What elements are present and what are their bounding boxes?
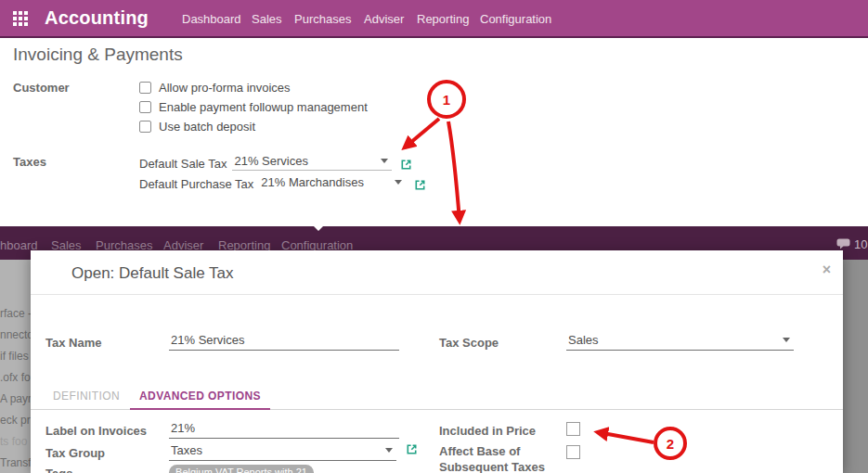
- top-navbar: Accounting Dashboard Sales Purchases Adv…: [0, 0, 868, 38]
- checkbox-label: Enable payment followup management: [159, 100, 368, 114]
- annotation-circle-1: [429, 82, 464, 117]
- menu-item-reporting[interactable]: Reporting: [417, 12, 469, 26]
- tax-scope-select[interactable]: Sales: [566, 333, 794, 351]
- tax-name-input[interactable]: 21% Services: [169, 333, 399, 351]
- screen: Accounting Dashboard Sales Purchases Adv…: [0, 0, 868, 473]
- included-in-price-checkbox[interactable]: [566, 422, 580, 436]
- annotation-number-1: 1: [443, 92, 450, 108]
- tax-group-label: Tax Group: [45, 446, 105, 460]
- chevron-down-icon[interactable]: [381, 159, 388, 163]
- clipped-text: ts foo: [0, 435, 27, 448]
- tax-name-label: Tax Name: [45, 336, 101, 350]
- clipped-text: .ofx fo: [0, 371, 31, 384]
- checkbox-label: Use batch deposit: [159, 120, 255, 134]
- select-value: Sales: [568, 333, 599, 347]
- tax-scope-label: Tax Scope: [439, 336, 499, 350]
- customer-group-label: Customer: [13, 81, 70, 95]
- option-allow-proforma: Allow pro-forma invoices: [139, 81, 291, 95]
- label-on-invoices-label: Label on Invoices: [45, 424, 147, 438]
- modal-open-default-sale-tax: Open: Default Sale Tax × Tax Name 21% Se…: [31, 250, 843, 473]
- checkbox[interactable]: [139, 101, 151, 113]
- default-purchase-tax-select[interactable]: 21% Marchandises: [259, 175, 406, 191]
- modal-title: Open: Default Sale Tax: [71, 264, 234, 283]
- annotation-arrow-to-modal: [448, 121, 460, 221]
- external-link-icon[interactable]: [414, 179, 426, 191]
- menu-item-sales[interactable]: Sales: [252, 12, 282, 26]
- field-label: Default Sale Tax: [139, 157, 227, 171]
- checkbox[interactable]: [139, 121, 151, 133]
- clipped-text: rface -: [0, 307, 31, 320]
- default-sale-tax-row: Default Sale Tax 21% Services: [139, 154, 412, 171]
- taxes-group-label: Taxes: [13, 155, 46, 169]
- option-payment-followup: Enable payment followup management: [139, 100, 368, 114]
- checkbox-label: Allow pro-forma invoices: [159, 81, 291, 95]
- clipped-text: nnecto: [0, 328, 31, 341]
- clipped-text: if files: [0, 350, 29, 363]
- menu-item-configuration[interactable]: Configuration: [480, 12, 551, 26]
- affect-base-checkbox[interactable]: [566, 445, 580, 459]
- menu-caret-notch: [314, 226, 323, 231]
- field-label: Default Purchase Tax: [139, 177, 253, 191]
- clipped-text: A paym: [0, 392, 31, 405]
- affect-base-label: Affect Base of Subsequent Taxes: [439, 443, 558, 473]
- tab-advanced-options[interactable]: ADVANCED OPTIONS: [130, 386, 270, 410]
- checkbox[interactable]: [139, 82, 151, 94]
- tags-label: Tags: [45, 467, 72, 473]
- select-value: Taxes: [171, 443, 202, 457]
- clipped-text: eck pri: [0, 414, 31, 427]
- clipped-text: Transf: [0, 456, 31, 469]
- dimmed-page-left-edge: rface - nnecto if files .ofx fo A paym e…: [0, 260, 31, 473]
- close-icon[interactable]: ×: [823, 262, 831, 277]
- external-link-icon[interactable]: [400, 159, 412, 171]
- modal-tabs: DEFINITION ADVANCED OPTIONS: [31, 386, 843, 410]
- label-on-invoices-input[interactable]: 21%: [169, 421, 399, 439]
- select-value: 21% Marchandises: [261, 175, 364, 189]
- dimmed-page-right-edge: [843, 260, 868, 473]
- select-value: 21% Services: [234, 154, 307, 168]
- default-sale-tax-select[interactable]: 21% Services: [232, 154, 392, 171]
- included-in-price-label: Included in Price: [439, 424, 536, 438]
- tax-tag-pill[interactable]: Belgium VAT Reports with 21: [169, 465, 314, 473]
- annotation-arrow-to-external-link: [405, 119, 439, 147]
- chat-bubble-icon: [836, 238, 851, 250]
- messages-count: 10: [854, 237, 867, 251]
- app-title[interactable]: Accounting: [45, 7, 149, 29]
- menu-item-adviser[interactable]: Adviser: [364, 12, 404, 26]
- apps-grid-icon[interactable]: [13, 11, 28, 26]
- tax-group-select[interactable]: Taxes: [169, 443, 396, 461]
- messages-indicator[interactable]: 10: [836, 237, 867, 251]
- chevron-down-icon[interactable]: [783, 338, 790, 342]
- modal-header: Open: Default Sale Tax ×: [31, 250, 843, 295]
- external-link-icon[interactable]: [406, 443, 418, 455]
- chevron-down-icon[interactable]: [395, 180, 402, 185]
- option-batch-deposit: Use batch deposit: [139, 120, 255, 134]
- menu-item-purchases[interactable]: Purchases: [294, 12, 351, 26]
- page-title: Invoicing & Payments: [13, 45, 183, 65]
- menu-item-dashboard[interactable]: Dashboard: [182, 12, 241, 26]
- tab-definition[interactable]: DEFINITION: [44, 386, 129, 409]
- chevron-down-icon[interactable]: [385, 448, 393, 453]
- default-purchase-tax-row: Default Purchase Tax 21% Marchandises: [139, 175, 426, 191]
